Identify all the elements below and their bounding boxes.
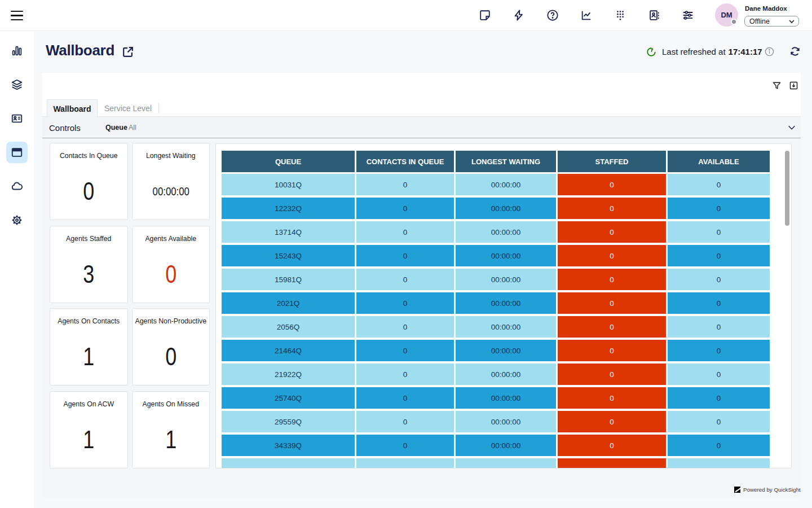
queue-name-cell: 15981Q: [222, 269, 356, 292]
value-cell: 0: [356, 435, 456, 458]
help-icon[interactable]: [546, 9, 559, 21]
sheet-tab-bar: Wallboard Service Level: [42, 99, 801, 117]
value-cell: 0: [668, 174, 770, 198]
value-cell: 0: [668, 411, 770, 435]
queue-row-10031Q: 10031Q000:00:0000: [222, 174, 770, 198]
gear-icon: [11, 214, 23, 226]
column-header-staffed[interactable]: STAFFED: [558, 151, 668, 174]
lightning-icon[interactable]: [513, 9, 525, 21]
value-cell: 00:00:00: [456, 411, 558, 435]
kpi-value: 1: [58, 425, 120, 454]
info-icon[interactable]: [765, 47, 774, 56]
download-icon[interactable]: [789, 81, 798, 90]
filter-icon[interactable]: [772, 81, 782, 90]
sidebar-item-contacts[interactable]: [6, 108, 28, 129]
queue-name-cell: 2056Q: [222, 316, 356, 340]
queue-name-cell: 2021Q: [222, 292, 356, 316]
queue-row-13714Q: 13714Q000:00:0000: [222, 221, 770, 245]
value-cell: 0: [558, 198, 668, 221]
value-cell: 0: [558, 364, 668, 387]
value-cell: 00:00:00: [456, 387, 558, 411]
kpi-title: Agents Non-Productive: [133, 317, 210, 325]
layers-icon: [11, 78, 23, 91]
refresh-timer-icon: [646, 47, 656, 57]
sidebar-item-cloud[interactable]: [6, 176, 28, 197]
kpi-value: 3: [58, 260, 120, 289]
value-cell: 0: [668, 316, 770, 340]
queue-filter-label: Queue: [105, 124, 127, 132]
quicksight-logo: [734, 487, 740, 493]
kpi-card-agents-on-contacts: Agents On Contacts1: [50, 308, 128, 386]
column-header-available[interactable]: AVAILABLE: [668, 151, 770, 174]
queue-filter-value[interactable]: All: [129, 124, 136, 132]
top-bar: DM Dane Maddox Offline: [0, 0, 812, 31]
kpi-value: 0: [140, 342, 201, 371]
value-cell: [558, 458, 668, 468]
queue-name-cell: 13714Q: [222, 221, 356, 245]
kpi-value: 0: [58, 177, 120, 206]
column-header-queue[interactable]: QUEUE: [222, 151, 356, 174]
directory-icon[interactable]: [648, 9, 660, 21]
note-icon[interactable]: [479, 9, 491, 21]
kpi-title: Longest Waiting: [133, 152, 210, 160]
controls-bar[interactable]: Controls Queue All: [42, 117, 801, 138]
value-cell: 0: [558, 174, 668, 198]
value-cell: 0: [356, 364, 456, 387]
value-cell: 00:00:00: [456, 364, 558, 387]
kpi-title: Contacts In Queue: [50, 152, 127, 160]
value-cell: 0: [356, 292, 456, 316]
queue-name-cell: 12232Q: [222, 198, 356, 221]
queue-row-2021Q: 2021Q000:00:0000: [222, 292, 770, 316]
queue-name-cell: 25740Q: [222, 387, 356, 411]
value-cell: 0: [356, 387, 456, 411]
last-refreshed-label: Last refreshed at: [662, 47, 726, 56]
kpi-title: Agents On Missed: [133, 400, 210, 408]
dashboard-panel: Wallboard Service Level Controls Queue A…: [42, 73, 801, 498]
queue-row-12232Q: 12232Q000:00:0000: [222, 198, 770, 221]
value-cell: 0: [668, 292, 770, 316]
table-scrollbar[interactable]: [785, 151, 789, 226]
controls-collapse-icon[interactable]: [787, 123, 796, 132]
value-cell: 0: [668, 269, 770, 292]
tab-wallboard[interactable]: Wallboard: [47, 99, 98, 117]
bar-chart-icon: [11, 45, 23, 57]
metrics-icon[interactable]: [580, 9, 593, 21]
refresh-icon[interactable]: [789, 46, 801, 57]
tab-service-level[interactable]: Service Level: [98, 99, 158, 117]
queue-name-cell: 21922Q: [222, 364, 356, 387]
status-select-value: Offline: [749, 17, 770, 25]
value-cell: 0: [558, 292, 668, 316]
value-cell: 0: [356, 340, 456, 364]
kpi-value: 1: [140, 425, 201, 454]
kpi-grid: Contacts In Queue0Longest Waiting00:00:0…: [50, 143, 210, 468]
value-cell: [356, 458, 456, 468]
value-cell: 00:00:00: [456, 292, 558, 316]
kpi-card-agents-on-acw: Agents On ACW1: [50, 391, 128, 468]
settings-sliders-icon[interactable]: [682, 9, 694, 21]
queue-row-21922Q: 21922Q000:00:0000: [222, 364, 770, 387]
value-cell: 00:00:00: [456, 340, 558, 364]
sidebar-item-layers[interactable]: [6, 74, 28, 95]
sheet-content: Contacts In Queue0Longest Waiting00:00:0…: [42, 138, 801, 498]
sidebar-item-wallboard[interactable]: [6, 142, 28, 163]
value-cell: 0: [558, 411, 668, 435]
value-cell: 0: [668, 364, 770, 387]
dialpad-icon[interactable]: [614, 9, 626, 21]
external-link-icon[interactable]: [122, 46, 134, 58]
status-select[interactable]: Offline: [744, 16, 799, 27]
column-header-contacts-in-queue[interactable]: CONTACTS IN QUEUE: [356, 151, 456, 174]
kpi-card-longest-waiting: Longest Waiting00:00:00: [132, 143, 210, 220]
hamburger-menu-icon[interactable]: [11, 11, 23, 20]
queue-row-29559Q: 29559Q000:00:0000: [222, 411, 770, 435]
queue-table-body: 10031Q000:00:000012232Q000:00:000013714Q…: [222, 174, 770, 468]
queue-table-visual: QUEUECONTACTS IN QUEUELONGEST WAITINGSTA…: [215, 143, 792, 468]
sidebar-item-settings[interactable]: [6, 209, 28, 231]
column-header-longest-waiting[interactable]: LONGEST WAITING: [456, 151, 558, 174]
value-cell: 0: [668, 245, 770, 269]
topbar-icon-row: [479, 9, 694, 21]
value-cell: 0: [558, 316, 668, 340]
sidebar-item-analytics[interactable]: [6, 40, 28, 62]
value-cell: 00:00:00: [456, 245, 558, 269]
kpi-title: Agents On Contacts: [50, 317, 127, 325]
queue-row-21464Q: 21464Q000:00:0000: [222, 340, 770, 364]
